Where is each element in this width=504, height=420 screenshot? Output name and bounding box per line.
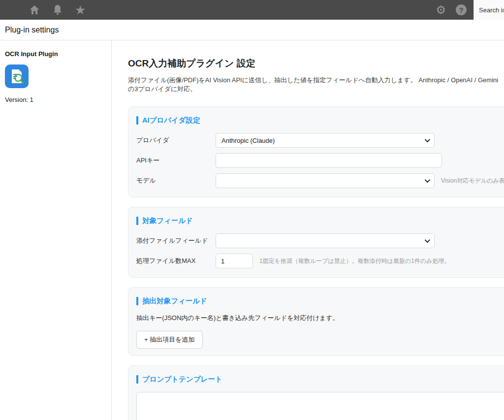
app-header: ★ ⚙ ? (0, 0, 504, 20)
section-prompt-template: プロンプトテンプレート {fields} に抽出キー一覧が展開されます。 (128, 365, 504, 420)
plugin-name: OCR Input Plugin (5, 50, 106, 58)
api-key-input[interactable] (216, 153, 442, 168)
home-icon[interactable] (29, 4, 40, 16)
max-files-input[interactable] (216, 254, 253, 268)
app-search[interactable] (473, 0, 504, 20)
prompt-template-textarea[interactable] (136, 392, 504, 420)
chevron-down-icon (425, 177, 430, 183)
model-select[interactable] (216, 173, 435, 188)
chevron-down-icon (425, 237, 430, 243)
chevron-down-icon (425, 137, 430, 142)
model-label: モデル (136, 176, 216, 185)
section-extract-fields: 抽出対象フィールド 抽出キー(JSON内のキー名)と書き込み先フィールドを対応付… (128, 287, 504, 356)
section-target-fields: 対象フィールド 添付ファイルフィールド 処理ファイル数MAX 1固定を推奨（複数… (128, 207, 504, 278)
provider-label: プロバイダ (136, 136, 216, 145)
model-note: Vision対応モデルのみ表示 (441, 177, 504, 185)
file-field-label: 添付ファイルフィールド (136, 236, 216, 245)
star-icon[interactable]: ★ (75, 4, 86, 16)
plugin-logo-icon (5, 65, 29, 88)
settings-title: OCR入力補助プラグイン 設定 (128, 57, 504, 70)
max-files-label: 処理ファイル数MAX (136, 257, 216, 265)
section-accent-bar (136, 116, 138, 125)
section-accent-bar (136, 297, 138, 305)
section-accent-bar (136, 375, 138, 384)
section-title: プロンプトテンプレート (142, 375, 222, 384)
section-title: 対象フィールド (142, 216, 193, 226)
help-icon[interactable]: ? (456, 4, 467, 15)
section-ai-provider: AIプロバイダ設定 プロバイダ Anthropic (Claude) APIキー… (128, 106, 504, 197)
section-accent-bar (136, 217, 138, 225)
search-input[interactable] (478, 6, 504, 14)
file-field-select[interactable] (216, 233, 435, 248)
plugin-version: Version: 1 (5, 96, 106, 103)
settings-description: 添付ファイル(画像/PDF)をAI Vision APIに送信し、抽出した値を指… (128, 76, 504, 94)
bell-icon[interactable] (52, 4, 63, 16)
provider-selected-value: Anthropic (Claude) (221, 137, 275, 144)
add-extract-item-button[interactable]: + 抽出項目を追加 (136, 331, 203, 349)
hamburger-menu-icon[interactable] (6, 6, 17, 14)
extract-description: 抽出キー(JSON内のキー名)と書き込み先フィールドを対応付けます。 (136, 314, 504, 323)
gear-icon[interactable]: ⚙ (436, 4, 446, 16)
api-key-label: APIキー (136, 156, 216, 165)
provider-select[interactable]: Anthropic (Claude) (216, 133, 435, 148)
plugin-sidebar: OCR Input Plugin Version: 1 (0, 40, 112, 420)
max-files-note: 1固定を推奨（複数ループは禁止）。複数添付時は最新の1件のみ処理。 (259, 257, 450, 265)
section-title: AIプロバイダ設定 (142, 116, 200, 125)
page-title: Plug-in settings (0, 20, 504, 40)
section-title: 抽出対象フィールド (142, 296, 207, 306)
